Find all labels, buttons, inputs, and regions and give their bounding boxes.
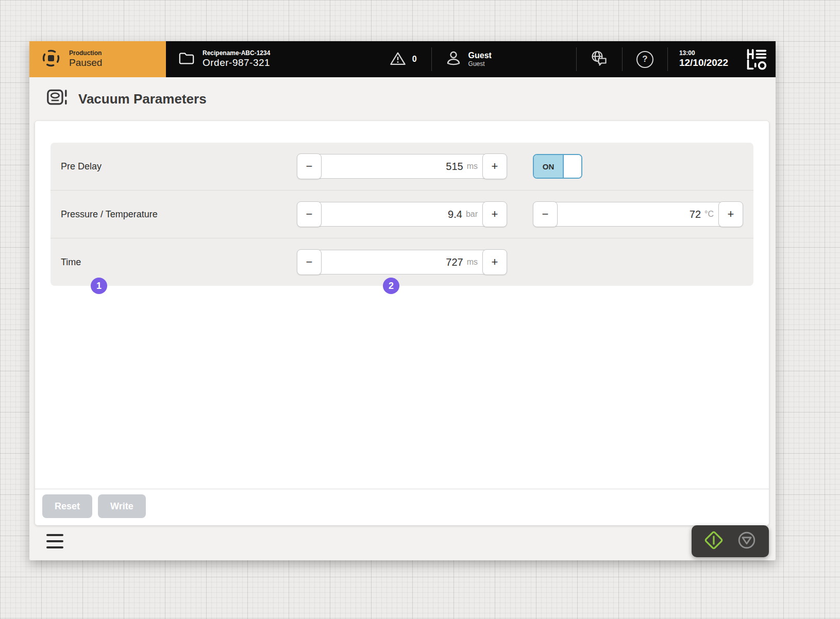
card-footer: Reset Write [35, 489, 769, 525]
alarms-button[interactable]: 0 [375, 51, 431, 68]
main-area: Vacuum Parameters Pre Delay − 515 ms [29, 77, 776, 560]
language-button[interactable] [577, 50, 622, 68]
status-value: Paused [69, 57, 102, 69]
decrement-button[interactable]: − [297, 201, 322, 227]
user-icon [445, 50, 462, 68]
order-number: Order-987-321 [203, 57, 270, 69]
parameter-label: Time [61, 257, 297, 268]
hmi-app-window: Production Paused Recipename-ABC-1234 Or… [29, 41, 776, 560]
status-label: Production [69, 49, 102, 57]
desktop-background: Production Paused Recipename-ABC-1234 Or… [0, 0, 840, 619]
warning-triangle-icon [390, 51, 406, 68]
pressure-value-field[interactable]: 9.4 bar [319, 202, 485, 227]
row-right-cell: − 72 °C + [533, 201, 743, 227]
parameter-label: Pre Delay [61, 161, 297, 172]
clock-date: 12/10/2022 [679, 57, 728, 69]
user-name: Guest [468, 50, 492, 60]
toggle-off-segment [564, 155, 581, 178]
pre-delay-on-off-toggle[interactable]: ON [533, 154, 582, 179]
field-unit: ms [467, 162, 478, 171]
bottom-navigation-bar [29, 525, 776, 560]
annotation-badge-1: 1 [91, 278, 107, 294]
top-status-bar: Production Paused Recipename-ABC-1234 Or… [29, 41, 776, 77]
field-value: 9.4 [448, 209, 462, 220]
helio-logo [740, 48, 776, 70]
temperature-stepper: − 72 °C + [533, 201, 743, 227]
pressure-stepper: − 9.4 bar + [297, 201, 507, 227]
production-status-button[interactable]: Production Paused [29, 41, 166, 77]
recipe-order-button[interactable]: Recipename-ABC-1234 Order-987-321 [166, 41, 270, 77]
topbar-spacer [505, 59, 576, 60]
menu-hamburger-icon[interactable] [46, 532, 63, 551]
recipe-name: Recipename-ABC-1234 [203, 49, 270, 57]
parameter-label: Pressure / Temperature [61, 209, 297, 220]
reset-button[interactable]: Reset [42, 494, 92, 518]
vacuum-chamber-icon [46, 88, 68, 110]
toggle-on-segment: ON [534, 155, 564, 178]
field-unit: bar [466, 210, 478, 219]
temperature-value-field[interactable]: 72 °C [555, 202, 721, 227]
field-unit: ms [467, 257, 478, 267]
row-right-cell: ON [533, 154, 743, 179]
time-stepper: − 727 ms + [297, 249, 507, 275]
user-button[interactable]: Guest Guest [432, 50, 505, 68]
globe-chat-icon [591, 50, 608, 68]
stop-button[interactable] [736, 529, 758, 553]
card-body: Pre Delay − 515 ms + [35, 121, 769, 489]
decrement-button[interactable]: − [297, 153, 322, 179]
pre-delay-stepper: − 515 ms + [297, 153, 507, 179]
increment-button[interactable]: + [718, 201, 743, 227]
alarm-count: 0 [412, 55, 417, 64]
increment-button[interactable]: + [482, 153, 507, 179]
parameter-row-time: Time − 727 ms + [51, 238, 753, 286]
pre-delay-value-field[interactable]: 515 ms [319, 154, 485, 179]
parameter-row-pressure-temperature: Pressure / Temperature − 9.4 bar + [51, 190, 753, 238]
field-value: 72 [690, 209, 701, 220]
run-control-group [692, 525, 769, 557]
clock-time: 13:00 [679, 49, 728, 58]
user-role: Guest [468, 60, 492, 67]
parameters-panel: Pre Delay − 515 ms + [51, 143, 753, 286]
write-button[interactable]: Write [98, 494, 146, 518]
increment-button[interactable]: + [482, 249, 507, 275]
start-button[interactable] [703, 529, 725, 553]
field-value: 515 [446, 161, 463, 173]
decrement-button[interactable]: − [533, 201, 558, 227]
help-button[interactable] [623, 51, 667, 68]
time-value-field[interactable]: 727 ms [319, 250, 485, 274]
annotation-badge-2: 2 [383, 278, 399, 294]
question-mark-icon [636, 51, 653, 68]
parameter-row-pre-delay: Pre Delay − 515 ms + [51, 143, 753, 190]
folder-icon [178, 51, 195, 67]
field-unit: °C [704, 210, 714, 219]
parameters-card: Pre Delay − 515 ms + [35, 121, 769, 525]
clock-widget[interactable]: 13:00 12/10/2022 [668, 49, 740, 69]
field-value: 727 [446, 256, 463, 268]
increment-button[interactable]: + [482, 201, 507, 227]
decrement-button[interactable]: − [297, 249, 322, 275]
page-header: Vacuum Parameters [46, 88, 207, 110]
page-title: Vacuum Parameters [78, 91, 207, 107]
topbar-right-group: 0 Guest Guest [375, 41, 776, 77]
production-paused-icon [41, 48, 61, 71]
